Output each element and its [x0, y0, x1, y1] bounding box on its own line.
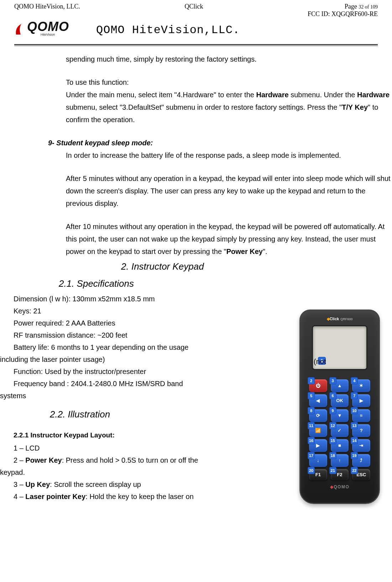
key-icon-5: ◀ — [316, 397, 320, 405]
spec-and-device-row: Dimension (l w h): 130mm x52mm x18.5 mm … — [0, 292, 392, 516]
key-2-cont: keypad. — [0, 467, 299, 478]
key-icon-3: ▲ — [338, 382, 342, 390]
text-frag: Under the main menu, select item "4.Hard… — [66, 91, 256, 99]
bold-tykey: T/Y Key — [342, 103, 368, 111]
bold-powerkey2: Power Key — [25, 456, 62, 464]
key-icon-7: ▶ — [360, 397, 363, 405]
page-label: Page — [345, 3, 359, 10]
heading-specifications: 2.1. Specifications — [0, 276, 392, 292]
spec-keys: Keys: 21 — [14, 305, 299, 317]
device-key-2: 2⏻ — [309, 379, 327, 392]
text-frag: submenu. Under the — [289, 91, 357, 99]
spec-frequency: Frequency band : 2404.1-2480.0 MHz ISM/S… — [14, 378, 299, 389]
paragraph-usefunc: To use this function: — [0, 76, 392, 89]
device-key-22: 22ESC — [352, 469, 370, 480]
header-right: Page 32 of 109 FCC ID: XQGQRF600-RE — [308, 3, 378, 18]
key-badge-2: 2 — [308, 377, 315, 384]
key-badge-6: 6 — [329, 392, 336, 399]
key-badge-11: 11 — [308, 422, 315, 429]
device-key-4: 4✶ — [352, 379, 370, 392]
key-badge-15: 15 — [329, 437, 336, 444]
key-icon-9: ▼ — [338, 412, 342, 420]
key-icon-19: ⤴ — [360, 457, 362, 465]
logo-subbrand: HiteVision — [41, 33, 55, 36]
spec-rf: RF transmission distance: ~200 feet — [14, 329, 299, 341]
text-frag: : Hold the key to keep the laser on — [85, 493, 194, 500]
paragraph-sleep3: After 10 minutes without any operation i… — [0, 220, 392, 258]
bold-upkey: Up Key — [25, 480, 50, 488]
spec-function: Function: Used by the instructor/present… — [14, 366, 299, 377]
device-illustration: ◆ClickQRF600 1 2⏻3▲4✶5◀6OK7▶8⟳9▼10≡11📶12… — [299, 310, 385, 504]
key-badge-16: 16 — [308, 437, 315, 444]
header-rule-thin — [14, 46, 378, 46]
key-badge-17: 17 — [308, 452, 315, 459]
key-icon-14: ⇥ — [359, 442, 363, 450]
device-key-16: 16▶ — [309, 439, 327, 452]
device-click-label: Click — [330, 317, 339, 321]
key-icon-10: ≡ — [360, 412, 363, 420]
key-icon-6: OK — [336, 397, 343, 405]
device-key-14: 14⇥ — [352, 439, 370, 452]
device-key-21: 21F2 — [331, 469, 349, 480]
device-bottom-brand: ◆QOMO — [300, 483, 379, 491]
text-frag: : Press and hold > 0.5S to turn on or of… — [62, 456, 198, 464]
device-key-3: 3▲ — [331, 379, 349, 392]
device-brand-label: ◆ClickQRF600 — [300, 311, 379, 322]
key-icon-17: ↓ — [317, 457, 319, 465]
device-key-10: 10≡ — [352, 409, 370, 422]
device-key-5: 5◀ — [309, 394, 327, 407]
key-badge-12: 12 — [329, 422, 336, 429]
header-rule-thick — [14, 44, 378, 45]
device-key-17: 17↓ — [309, 454, 327, 467]
key-3-up: 3 – Up Key: Scroll the screen display up — [14, 479, 299, 490]
key-icon-20: F1 — [315, 471, 321, 479]
key-icon-8: ⟳ — [316, 412, 320, 420]
page-number: Page 32 of 109 — [308, 3, 378, 10]
device-bottom-label: QOMO — [334, 484, 349, 489]
text-frag: submenu, select "3.DefaultSet" submenu i… — [66, 103, 342, 111]
key-badge-4: 4 — [351, 377, 358, 384]
text-frag: 4 – — [14, 493, 25, 500]
fcc-id: FCC ID: XQGQRF600-RE — [308, 10, 378, 18]
heading-instructor-keypad: 2. Instructor Keypad — [0, 259, 392, 275]
key-badge-22: 22 — [351, 467, 358, 474]
paragraph-sleep2: After 5 minutes without any operation in… — [0, 172, 392, 210]
key-icon-22: ESC — [356, 471, 366, 479]
device-key-8: 8⟳ — [309, 409, 327, 422]
page-current: 32 — [359, 4, 364, 10]
key-badge-10: 10 — [351, 407, 358, 414]
text-frag: : Scroll the screen display up — [50, 480, 141, 488]
bold-powerkey: Power Key — [226, 248, 263, 255]
paragraph-restore: spending much time, simply by restoring … — [0, 53, 392, 66]
text-frag: ". — [263, 248, 267, 255]
paragraph-sleep1: In order to increase the battery life of… — [0, 149, 392, 162]
key-badge-9: 9 — [329, 407, 336, 414]
heading-illustration: 2.2. Illustration — [0, 406, 299, 423]
device-key-19: 19⤴ — [352, 454, 370, 467]
swoosh-icon — [14, 22, 28, 36]
bold-laserkey: Laser pointer Key — [25, 493, 85, 500]
document-body: spending much time, simply by restoring … — [0, 53, 392, 516]
page-total: 109 — [370, 4, 378, 10]
key-badge-13: 13 — [351, 422, 358, 429]
key-badge-18: 18 — [329, 452, 336, 459]
key-icon-16: ▶ — [316, 442, 320, 450]
heading-keypad-layout: 2.2.1 Instructor Keypad Layout: — [0, 429, 299, 441]
text-frag: After 10 minutes without any operation i… — [66, 223, 385, 255]
text-frag: 2 – — [14, 456, 25, 464]
key-badge-8: 8 — [308, 407, 315, 414]
key-icon-21: F2 — [337, 471, 342, 479]
header-product: QClick — [184, 3, 203, 18]
device-key-12: 12✓ — [331, 424, 349, 437]
key-icon-13: ? — [360, 427, 363, 435]
key-badge-5: 5 — [308, 392, 315, 399]
key-icon-11: 📶 — [315, 427, 321, 435]
bold-hardware2: Hardware — [357, 91, 390, 99]
device-model-label: QRF600 — [340, 317, 352, 321]
page-header: QOMO HiteVision, LLC. QClick Page 32 of … — [0, 0, 392, 18]
text-frag: 3 – — [14, 480, 25, 488]
spec-list: Dimension (l w h): 130mm x52mm x18.5 mm … — [0, 293, 299, 353]
device-key-9: 9▼ — [331, 409, 349, 422]
key-list: 1 – LCD 2 – Power Key: Press and hold > … — [0, 442, 299, 466]
qomo-logo: QOMO HiteVision — [14, 19, 85, 41]
